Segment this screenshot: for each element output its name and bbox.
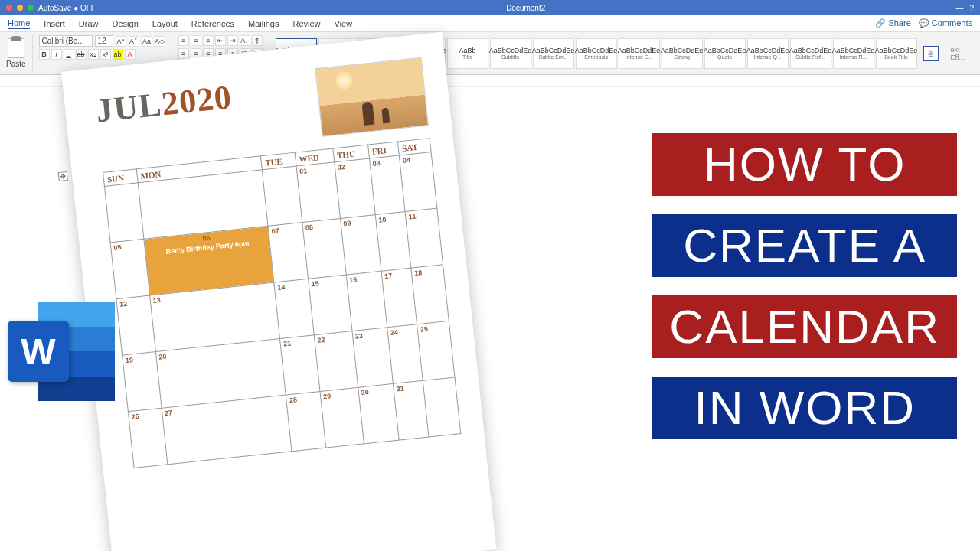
calendar-month: JUL bbox=[94, 86, 164, 130]
tab-design[interactable]: Design bbox=[113, 19, 139, 28]
bold-button[interactable]: B bbox=[39, 49, 50, 60]
document-area[interactable]: ✥ JUL2020 SUNMONTUEWEDTHUFRISAT 01020304… bbox=[0, 87, 980, 551]
header-photo[interactable] bbox=[315, 57, 429, 137]
calendar-cell[interactable]: 08 bbox=[302, 218, 346, 279]
calendar-cell[interactable]: 01 bbox=[296, 162, 340, 223]
calendar-cell[interactable]: 14 bbox=[274, 279, 314, 338]
decrease-font-button[interactable]: A˅ bbox=[129, 36, 139, 47]
tab-references[interactable]: References bbox=[191, 19, 234, 28]
strike-button[interactable]: ab bbox=[76, 49, 87, 60]
style-book-title[interactable]: AaBbCcDdEeBook Title bbox=[876, 38, 917, 69]
calendar-cell[interactable]: 19 bbox=[122, 352, 162, 412]
calendar-cell[interactable]: 05 bbox=[110, 239, 149, 298]
styles-pane-button[interactable]: ◎ bbox=[923, 46, 939, 61]
calendar-cell[interactable] bbox=[104, 183, 143, 243]
calendar-cell[interactable]: 16 bbox=[346, 271, 387, 331]
font-name-select[interactable]: Calibri (Bo... bbox=[39, 35, 93, 47]
document-page[interactable]: JUL2020 SUNMONTUEWEDTHUFRISAT 0102030405… bbox=[61, 32, 496, 551]
title-bar: AutoSave ● OFF Document2 — ? bbox=[0, 0, 980, 15]
calendar-cell[interactable]: 07 bbox=[268, 223, 308, 282]
calendar-cell[interactable]: 29 bbox=[320, 387, 364, 448]
calendar-cell[interactable]: 11 bbox=[405, 208, 443, 268]
style-strong[interactable]: AaBbCcDdEeStrong bbox=[662, 38, 703, 69]
calendar-table[interactable]: SUNMONTUEWEDTHUFRISAT 010203040506Ben's … bbox=[103, 138, 461, 468]
text-effects-label: ext Eff... bbox=[951, 46, 974, 61]
tab-insert[interactable]: Insert bbox=[44, 19, 65, 28]
style-intense-e-[interactable]: AaBbCcDdEeIntense E... bbox=[619, 38, 660, 69]
word-logo: W bbox=[8, 302, 115, 401]
thumbnail-overlay: HOW TO CREATE A CALENDAR IN WORD bbox=[652, 133, 957, 439]
share-button[interactable]: 🔗 Share bbox=[875, 18, 910, 28]
change-case-button[interactable]: Aa bbox=[142, 36, 152, 47]
highlight-button[interactable]: ab bbox=[113, 49, 123, 60]
indent-left-button[interactable]: ⇤ bbox=[215, 35, 226, 46]
style-subtitle[interactable]: AaBbCcDdEeSubtitle bbox=[490, 38, 531, 69]
multilevel-button[interactable]: ≡ bbox=[203, 35, 214, 46]
bullets-button[interactable]: ≡ bbox=[178, 35, 189, 46]
minimize-dot[interactable] bbox=[17, 5, 23, 11]
minimize-icon[interactable]: — bbox=[956, 4, 963, 12]
paste-button[interactable]: Paste bbox=[6, 38, 26, 68]
paste-label: Paste bbox=[6, 60, 26, 68]
indent-right-button[interactable]: ⇥ bbox=[227, 35, 238, 46]
calendar-cell[interactable]: 26 bbox=[128, 408, 167, 468]
calendar-cell[interactable]: 04 bbox=[400, 152, 437, 212]
tab-draw[interactable]: Draw bbox=[79, 19, 99, 28]
overlay-line-1: HOW TO bbox=[652, 133, 957, 196]
show-marks-button[interactable]: ¶ bbox=[252, 35, 263, 46]
calendar-cell[interactable]: 25 bbox=[417, 321, 455, 380]
calendar-cell[interactable] bbox=[263, 166, 302, 226]
sort-button[interactable]: A↓ bbox=[240, 35, 250, 46]
table-move-handle[interactable]: ✥ bbox=[58, 171, 68, 181]
style-intense-r-[interactable]: AaBbCcDdEeIntense R... bbox=[833, 38, 874, 69]
autosave-toggle[interactable]: AutoSave ● OFF bbox=[38, 4, 96, 12]
subscript-button[interactable]: x₂ bbox=[88, 49, 99, 60]
style-title[interactable]: AaBbTitle bbox=[447, 38, 488, 69]
ribbon-tabs: Home Insert Draw Design Layout Reference… bbox=[0, 15, 980, 32]
calendar-cell[interactable]: 18 bbox=[411, 265, 449, 324]
calendar-cell[interactable]: 27 bbox=[162, 395, 292, 465]
comments-button[interactable]: 💬 Comments bbox=[919, 18, 972, 28]
doc-title: Document2 bbox=[506, 4, 545, 12]
clear-format-button[interactable]: A◇ bbox=[155, 36, 165, 47]
overlay-line-3: CALENDAR bbox=[652, 295, 957, 358]
font-size-select[interactable]: 12 bbox=[95, 35, 113, 47]
tab-view[interactable]: View bbox=[335, 19, 353, 28]
italic-button[interactable]: I bbox=[51, 49, 62, 60]
style-emphasis[interactable]: AaBbCcDdEeEmphasis bbox=[576, 38, 617, 69]
calendar-cell[interactable]: 28 bbox=[286, 391, 326, 451]
calendar-cell[interactable]: 15 bbox=[308, 275, 351, 335]
close-dot[interactable] bbox=[6, 5, 12, 11]
calendar-cell[interactable]: 21 bbox=[280, 335, 320, 395]
word-logo-letter: W bbox=[8, 321, 69, 382]
tab-layout[interactable]: Layout bbox=[152, 19, 178, 28]
calendar-cell[interactable]: 09 bbox=[340, 215, 381, 275]
overlay-line-4: IN WORD bbox=[652, 377, 957, 439]
calendar-cell[interactable]: 02 bbox=[334, 158, 375, 218]
calendar-cell[interactable]: 23 bbox=[352, 328, 394, 387]
underline-button[interactable]: U bbox=[64, 49, 74, 60]
tab-review[interactable]: Review bbox=[292, 19, 320, 28]
superscript-button[interactable]: x² bbox=[100, 49, 111, 60]
tab-mailings[interactable]: Mailings bbox=[248, 19, 279, 28]
calendar-cell[interactable]: 12 bbox=[116, 295, 155, 355]
calendar-title: JUL2020 bbox=[94, 77, 234, 130]
calendar-cell[interactable]: 30 bbox=[358, 383, 399, 443]
help-icon[interactable]: ? bbox=[969, 4, 974, 12]
numbering-button[interactable]: ≡ bbox=[191, 35, 201, 46]
tab-home[interactable]: Home bbox=[8, 18, 30, 29]
align-left-button[interactable]: ≡ bbox=[178, 48, 189, 59]
calendar-year: 2020 bbox=[160, 78, 234, 122]
maximize-dot[interactable] bbox=[28, 5, 34, 11]
style-intense-q-[interactable]: AaBbCcDdEeIntense Q... bbox=[747, 38, 789, 69]
font-color-button[interactable]: A bbox=[125, 49, 136, 60]
calendar-cell[interactable]: 22 bbox=[314, 331, 358, 392]
style-subtle-em-[interactable]: AaBbCcDdEeSubtle Em... bbox=[533, 38, 574, 69]
style-quote[interactable]: AaBbCcDdEeQuote bbox=[704, 38, 746, 69]
clipboard-icon bbox=[8, 38, 24, 58]
increase-font-button[interactable]: A^ bbox=[116, 36, 126, 47]
style-subtle-ref-[interactable]: AaBbCcDdEeSubtle Ref... bbox=[790, 38, 831, 69]
overlay-line-2: CREATE A bbox=[652, 214, 957, 277]
calendar-cell[interactable] bbox=[423, 377, 461, 437]
